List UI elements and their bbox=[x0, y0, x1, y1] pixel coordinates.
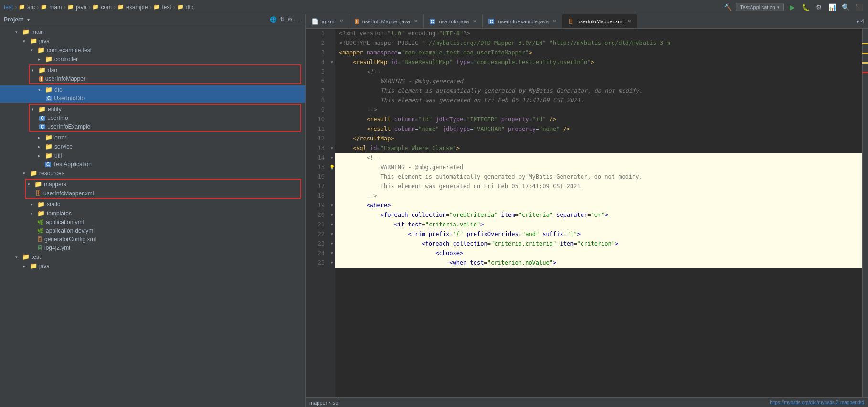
tree-item-templates[interactable]: ▸ 📁 templates bbox=[0, 209, 305, 218]
code-line-1: <?xml version="1.0" encoding="UTF-8"?> bbox=[335, 29, 862, 38]
code-line-4: <resultMap id="BaseResultMap" type="com.… bbox=[335, 57, 862, 67]
tab-label: userInfoExample.java bbox=[498, 19, 549, 24]
tree-item-mappers[interactable]: ▾ 📁 mappers bbox=[26, 180, 300, 189]
tab-icon-interface: I bbox=[355, 19, 359, 24]
code-line-21: <if test="criteria.valid"> bbox=[335, 220, 862, 229]
code-line-14: <!-- bbox=[335, 153, 862, 162]
tree-item-UserInfoDto[interactable]: C UserInfoDto bbox=[0, 94, 305, 103]
path-bar: mapper › sql https://mybatis.org/dtd/myb… bbox=[306, 397, 868, 407]
tree-item-com-example-test[interactable]: ▾ 📁 com.example.test bbox=[0, 45, 305, 54]
profile-button[interactable]: 📊 bbox=[827, 2, 837, 12]
breadcrumb-main: main bbox=[49, 4, 62, 11]
folder-icon-com: 📁 bbox=[92, 4, 99, 10]
tab-icon-xml-mapper: 🗄 bbox=[568, 19, 573, 24]
tabs-bar: 📄 fig.xml ✕ I userInfoMapper.java ✕ C us… bbox=[306, 14, 868, 29]
toolbar-right: 🔨 TestApplication ▾ ▶ 🐛 ⚙ 📊 🔍 ⬛ bbox=[722, 2, 864, 12]
search-everywhere-button[interactable]: 🔍 bbox=[840, 2, 851, 12]
folder-icon-java: 📁 bbox=[67, 4, 74, 10]
mappers-group-outline: ▾ 📁 mappers 🗄 userInfoMapper.xml bbox=[25, 179, 301, 199]
coverage-button[interactable]: ⚙ bbox=[814, 2, 824, 12]
debug-button[interactable]: 🐛 bbox=[800, 2, 811, 12]
entity-group-outline: ▾ 📁 entity C userInfo C userInfoExample bbox=[29, 104, 301, 132]
tab-close-icon[interactable]: ✕ bbox=[627, 19, 631, 24]
path-mapper: mapper bbox=[309, 400, 327, 406]
tree-item-static[interactable]: ▸ 📁 static bbox=[0, 200, 305, 209]
code-line-15: WARNING - @mbg.generated bbox=[335, 162, 862, 172]
settings-icon[interactable]: ⚙ bbox=[287, 16, 293, 23]
chevron-down-icon: ▾ bbox=[777, 5, 780, 10]
tree-item-application-dev-yml[interactable]: 🌿 application-dev.yml bbox=[0, 226, 305, 235]
breadcrumb-test: test bbox=[4, 4, 13, 11]
folder-icon-test2: 📁 bbox=[153, 4, 160, 10]
code-line-22: <trim prefix="(" prefixOverrides="and" s… bbox=[335, 229, 862, 239]
code-line-24: <choose> bbox=[335, 248, 862, 258]
tab-close-icon[interactable]: ✕ bbox=[552, 19, 556, 24]
code-line-8: This element was generated on Fri Feb 05… bbox=[335, 96, 862, 105]
run-config-selector[interactable]: TestApplication ▾ bbox=[736, 3, 784, 11]
scroll-marker-error bbox=[862, 72, 868, 73]
tab-close-icon[interactable]: ✕ bbox=[473, 19, 476, 24]
path-url: https://mybatis.org/dtd/mybatis-3-mapper… bbox=[770, 400, 864, 405]
tree-item-resources[interactable]: ▾ 📁 resources bbox=[0, 169, 305, 178]
tab-label: userInfoMapper.java bbox=[362, 19, 410, 24]
tree-item-userInfoMapper-xml[interactable]: 🗄 userInfoMapper.xml bbox=[26, 189, 300, 198]
code-line-20: <foreach collection="oredCriteria" item=… bbox=[335, 210, 862, 220]
tree-item-dto[interactable]: ▾ 📁 dto bbox=[0, 85, 305, 94]
path-sql: sql bbox=[333, 400, 339, 406]
tab-userInfo-java[interactable]: C userInfo.java ✕ bbox=[424, 14, 483, 28]
code-line-25: <when test="criterion.noValue"> bbox=[335, 258, 862, 268]
breadcrumb: test › 📁 src › 📁 main › 📁 java › 📁 com ›… bbox=[4, 4, 193, 11]
tree-item-log4j2-yml[interactable]: 🗄 log4j2.yml bbox=[0, 244, 305, 252]
tree-item-application-yml[interactable]: 🌿 application.yml bbox=[0, 218, 305, 226]
tree-item-TestApplication[interactable]: ▸ C TestApplication bbox=[0, 160, 305, 169]
run-config-name: TestApplication bbox=[740, 4, 775, 10]
scroll-marker-warning1 bbox=[862, 43, 868, 44]
tree-item-service[interactable]: ▸ 📁 service bbox=[0, 142, 305, 151]
right-scrollbar[interactable] bbox=[862, 29, 868, 397]
layout-button[interactable]: ⬛ bbox=[854, 2, 864, 12]
sort-icon[interactable]: ⇅ bbox=[280, 16, 285, 23]
tree-item-error[interactable]: ▸ 📁 error bbox=[0, 133, 305, 142]
code-line-12: </resultMap> bbox=[335, 134, 862, 143]
tree-item-userInfoMapper[interactable]: I userInfoMapper bbox=[30, 75, 300, 83]
build-button[interactable]: 🔨 bbox=[722, 2, 733, 12]
code-line-9: --> bbox=[335, 105, 862, 115]
folder-icon-example: 📁 bbox=[117, 4, 124, 10]
tree-item-userInfoExample[interactable]: C userInfoExample bbox=[30, 122, 300, 131]
tab-close-icon[interactable]: ✕ bbox=[339, 19, 343, 24]
localize-icon[interactable]: 🌐 bbox=[270, 16, 277, 23]
code-line-23: <foreach collection="criteria.criteria" … bbox=[335, 239, 862, 248]
line-numbers: 1 2 3 4 5 6 7 8 9 10 11 12 13 14 15 16 1… bbox=[306, 29, 328, 397]
minimize-icon[interactable]: — bbox=[296, 16, 301, 23]
code-line-2: <!DOCTYPE mapper PUBLIC "-//mybatis.org/… bbox=[335, 38, 862, 48]
tree-item-main[interactable]: ▾ 📁 main bbox=[0, 27, 305, 36]
tab-userInfoMapper-java[interactable]: I userInfoMapper.java ✕ bbox=[349, 14, 424, 28]
tab-close-icon[interactable]: ✕ bbox=[414, 19, 418, 24]
code-line-10: <result column="id" jdbcType="INTEGER" p… bbox=[335, 115, 862, 124]
top-bar: test › 📁 src › 📁 main › 📁 java › 📁 com ›… bbox=[0, 0, 868, 14]
tree-item-test-java[interactable]: ▸ 📁 java bbox=[0, 261, 305, 270]
tree-item-util[interactable]: ▸ 📁 util bbox=[0, 151, 305, 160]
folder-icon-src: 📁 bbox=[19, 4, 25, 10]
sidebar-tree: ▾ 📁 main ▾ 📁 java ▾ 📁 com.ex bbox=[0, 25, 305, 407]
code-line-3: <mapper namespace="com.example.test.dao.… bbox=[335, 48, 862, 57]
sidebar-header: Project ▾ 🌐 ⇅ ⚙ — bbox=[0, 14, 305, 25]
tree-item-entity[interactable]: ▾ 📁 entity bbox=[30, 105, 300, 114]
code-line-6: WARNING - @mbg.generated bbox=[335, 76, 862, 86]
tab-icon-class: C bbox=[430, 19, 435, 24]
tabs-overflow-button[interactable]: ▾ 4 bbox=[853, 18, 868, 25]
tree-item-userInfo[interactable]: C userInfo bbox=[30, 114, 300, 122]
code-line-13: <sql id="Example_Where_Clause"> bbox=[335, 143, 862, 153]
run-button[interactable]: ▶ bbox=[787, 2, 797, 12]
tree-item-controller[interactable]: ▸ 📁 controller bbox=[0, 54, 305, 64]
tab-userInfoExample-java[interactable]: C userInfoExample.java ✕ bbox=[483, 14, 562, 28]
tab-icon-xml: 📄 bbox=[311, 18, 318, 25]
tab-userInfoMapper-xml[interactable]: 🗄 userInfoMapper.xml ✕ bbox=[562, 14, 637, 28]
tab-fig-xml[interactable]: 📄 fig.xml ✕ bbox=[306, 14, 349, 28]
tree-item-dao[interactable]: ▾ 📁 dao bbox=[30, 65, 300, 75]
tree-item-java[interactable]: ▾ 📁 java bbox=[0, 36, 305, 45]
tree-item-test-root[interactable]: ▾ 📁 test bbox=[0, 252, 305, 261]
code-line-5: <!-- bbox=[335, 67, 862, 76]
tree-item-generatorConfig-xml[interactable]: 🗄 generatorConfig.xml bbox=[0, 235, 305, 244]
code-line-17: This element was generated on Fri Feb 05… bbox=[335, 182, 862, 191]
